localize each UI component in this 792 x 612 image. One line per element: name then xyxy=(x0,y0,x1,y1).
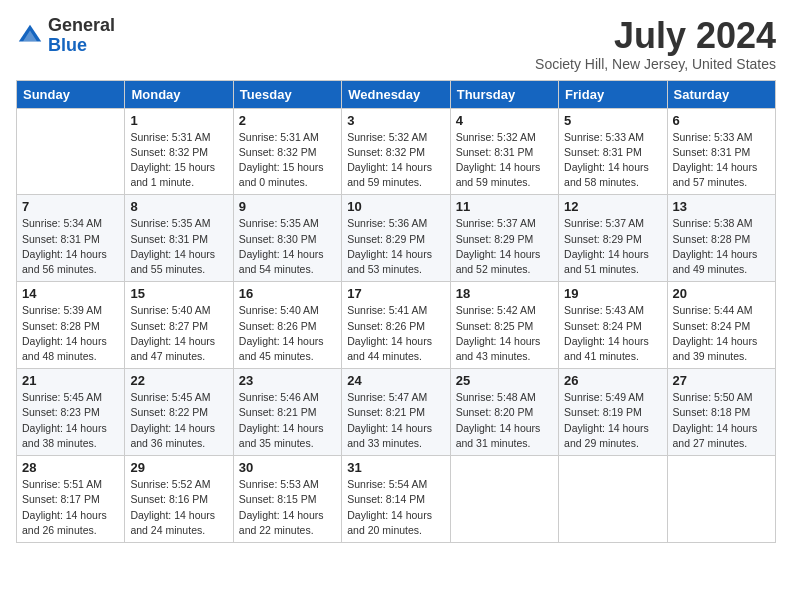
logo: General Blue xyxy=(16,16,115,56)
day-detail: Sunrise: 5:40 AMSunset: 8:26 PMDaylight:… xyxy=(239,303,336,364)
day-detail: Sunrise: 5:53 AMSunset: 8:15 PMDaylight:… xyxy=(239,477,336,538)
calendar-week-1: 1Sunrise: 5:31 AMSunset: 8:32 PMDaylight… xyxy=(17,108,776,195)
day-number: 3 xyxy=(347,113,444,128)
calendar-week-5: 28Sunrise: 5:51 AMSunset: 8:17 PMDayligh… xyxy=(17,456,776,543)
calendar-cell: 19Sunrise: 5:43 AMSunset: 8:24 PMDayligh… xyxy=(559,282,667,369)
calendar-cell: 8Sunrise: 5:35 AMSunset: 8:31 PMDaylight… xyxy=(125,195,233,282)
page-header: General Blue July 2024 Society Hill, New… xyxy=(16,16,776,72)
day-number: 13 xyxy=(673,199,770,214)
calendar-cell: 7Sunrise: 5:34 AMSunset: 8:31 PMDaylight… xyxy=(17,195,125,282)
day-detail: Sunrise: 5:47 AMSunset: 8:21 PMDaylight:… xyxy=(347,390,444,451)
day-number: 10 xyxy=(347,199,444,214)
day-detail: Sunrise: 5:45 AMSunset: 8:22 PMDaylight:… xyxy=(130,390,227,451)
calendar-cell: 12Sunrise: 5:37 AMSunset: 8:29 PMDayligh… xyxy=(559,195,667,282)
location: Society Hill, New Jersey, United States xyxy=(535,56,776,72)
calendar-cell: 4Sunrise: 5:32 AMSunset: 8:31 PMDaylight… xyxy=(450,108,558,195)
day-number: 29 xyxy=(130,460,227,475)
day-detail: Sunrise: 5:31 AMSunset: 8:32 PMDaylight:… xyxy=(130,130,227,191)
day-detail: Sunrise: 5:34 AMSunset: 8:31 PMDaylight:… xyxy=(22,216,119,277)
day-number: 22 xyxy=(130,373,227,388)
day-number: 30 xyxy=(239,460,336,475)
day-detail: Sunrise: 5:36 AMSunset: 8:29 PMDaylight:… xyxy=(347,216,444,277)
day-number: 25 xyxy=(456,373,553,388)
day-number: 24 xyxy=(347,373,444,388)
day-number: 9 xyxy=(239,199,336,214)
day-number: 18 xyxy=(456,286,553,301)
calendar-cell: 11Sunrise: 5:37 AMSunset: 8:29 PMDayligh… xyxy=(450,195,558,282)
day-detail: Sunrise: 5:33 AMSunset: 8:31 PMDaylight:… xyxy=(673,130,770,191)
calendar-week-4: 21Sunrise: 5:45 AMSunset: 8:23 PMDayligh… xyxy=(17,369,776,456)
day-number: 12 xyxy=(564,199,661,214)
day-detail: Sunrise: 5:37 AMSunset: 8:29 PMDaylight:… xyxy=(456,216,553,277)
calendar-cell: 3Sunrise: 5:32 AMSunset: 8:32 PMDaylight… xyxy=(342,108,450,195)
day-detail: Sunrise: 5:35 AMSunset: 8:30 PMDaylight:… xyxy=(239,216,336,277)
day-number: 11 xyxy=(456,199,553,214)
logo-blue: Blue xyxy=(48,35,87,55)
calendar-cell: 16Sunrise: 5:40 AMSunset: 8:26 PMDayligh… xyxy=(233,282,341,369)
calendar-cell: 22Sunrise: 5:45 AMSunset: 8:22 PMDayligh… xyxy=(125,369,233,456)
calendar-cell: 2Sunrise: 5:31 AMSunset: 8:32 PMDaylight… xyxy=(233,108,341,195)
day-number: 7 xyxy=(22,199,119,214)
logo-general: General xyxy=(48,15,115,35)
calendar-cell: 9Sunrise: 5:35 AMSunset: 8:30 PMDaylight… xyxy=(233,195,341,282)
calendar-cell: 6Sunrise: 5:33 AMSunset: 8:31 PMDaylight… xyxy=(667,108,775,195)
calendar-week-2: 7Sunrise: 5:34 AMSunset: 8:31 PMDaylight… xyxy=(17,195,776,282)
day-number: 2 xyxy=(239,113,336,128)
day-number: 16 xyxy=(239,286,336,301)
day-number: 14 xyxy=(22,286,119,301)
day-number: 15 xyxy=(130,286,227,301)
day-number: 28 xyxy=(22,460,119,475)
calendar-header-monday: Monday xyxy=(125,80,233,108)
day-detail: Sunrise: 5:37 AMSunset: 8:29 PMDaylight:… xyxy=(564,216,661,277)
calendar-cell xyxy=(559,456,667,543)
calendar-cell: 26Sunrise: 5:49 AMSunset: 8:19 PMDayligh… xyxy=(559,369,667,456)
calendar-week-3: 14Sunrise: 5:39 AMSunset: 8:28 PMDayligh… xyxy=(17,282,776,369)
day-detail: Sunrise: 5:50 AMSunset: 8:18 PMDaylight:… xyxy=(673,390,770,451)
calendar-cell: 27Sunrise: 5:50 AMSunset: 8:18 PMDayligh… xyxy=(667,369,775,456)
day-detail: Sunrise: 5:38 AMSunset: 8:28 PMDaylight:… xyxy=(673,216,770,277)
calendar-cell xyxy=(667,456,775,543)
day-number: 17 xyxy=(347,286,444,301)
logo-text: General Blue xyxy=(48,16,115,56)
day-detail: Sunrise: 5:32 AMSunset: 8:31 PMDaylight:… xyxy=(456,130,553,191)
calendar-cell xyxy=(17,108,125,195)
day-detail: Sunrise: 5:48 AMSunset: 8:20 PMDaylight:… xyxy=(456,390,553,451)
calendar-cell: 13Sunrise: 5:38 AMSunset: 8:28 PMDayligh… xyxy=(667,195,775,282)
calendar-cell: 18Sunrise: 5:42 AMSunset: 8:25 PMDayligh… xyxy=(450,282,558,369)
calendar-cell xyxy=(450,456,558,543)
calendar-header-row: SundayMondayTuesdayWednesdayThursdayFrid… xyxy=(17,80,776,108)
calendar-header-wednesday: Wednesday xyxy=(342,80,450,108)
calendar-cell: 21Sunrise: 5:45 AMSunset: 8:23 PMDayligh… xyxy=(17,369,125,456)
day-detail: Sunrise: 5:45 AMSunset: 8:23 PMDaylight:… xyxy=(22,390,119,451)
day-number: 27 xyxy=(673,373,770,388)
day-detail: Sunrise: 5:46 AMSunset: 8:21 PMDaylight:… xyxy=(239,390,336,451)
day-detail: Sunrise: 5:54 AMSunset: 8:14 PMDaylight:… xyxy=(347,477,444,538)
month-title: July 2024 xyxy=(535,16,776,56)
title-block: July 2024 Society Hill, New Jersey, Unit… xyxy=(535,16,776,72)
day-number: 5 xyxy=(564,113,661,128)
calendar-cell: 1Sunrise: 5:31 AMSunset: 8:32 PMDaylight… xyxy=(125,108,233,195)
logo-icon xyxy=(16,22,44,50)
calendar-cell: 17Sunrise: 5:41 AMSunset: 8:26 PMDayligh… xyxy=(342,282,450,369)
day-number: 23 xyxy=(239,373,336,388)
day-number: 26 xyxy=(564,373,661,388)
day-detail: Sunrise: 5:35 AMSunset: 8:31 PMDaylight:… xyxy=(130,216,227,277)
calendar-table: SundayMondayTuesdayWednesdayThursdayFrid… xyxy=(16,80,776,543)
calendar-cell: 31Sunrise: 5:54 AMSunset: 8:14 PMDayligh… xyxy=(342,456,450,543)
day-detail: Sunrise: 5:39 AMSunset: 8:28 PMDaylight:… xyxy=(22,303,119,364)
day-detail: Sunrise: 5:31 AMSunset: 8:32 PMDaylight:… xyxy=(239,130,336,191)
day-detail: Sunrise: 5:40 AMSunset: 8:27 PMDaylight:… xyxy=(130,303,227,364)
calendar-cell: 5Sunrise: 5:33 AMSunset: 8:31 PMDaylight… xyxy=(559,108,667,195)
calendar-cell: 10Sunrise: 5:36 AMSunset: 8:29 PMDayligh… xyxy=(342,195,450,282)
day-number: 21 xyxy=(22,373,119,388)
calendar-cell: 15Sunrise: 5:40 AMSunset: 8:27 PMDayligh… xyxy=(125,282,233,369)
calendar-cell: 20Sunrise: 5:44 AMSunset: 8:24 PMDayligh… xyxy=(667,282,775,369)
day-number: 1 xyxy=(130,113,227,128)
calendar-cell: 25Sunrise: 5:48 AMSunset: 8:20 PMDayligh… xyxy=(450,369,558,456)
calendar-cell: 24Sunrise: 5:47 AMSunset: 8:21 PMDayligh… xyxy=(342,369,450,456)
day-number: 19 xyxy=(564,286,661,301)
calendar-header-thursday: Thursday xyxy=(450,80,558,108)
day-number: 4 xyxy=(456,113,553,128)
day-number: 20 xyxy=(673,286,770,301)
calendar-header-saturday: Saturday xyxy=(667,80,775,108)
